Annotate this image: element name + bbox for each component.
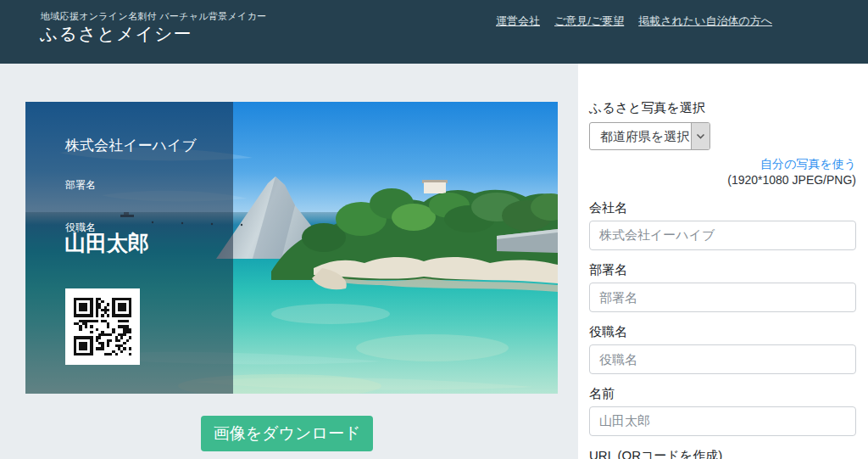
nav-link-municipality[interactable]: 掲載されたい自治体の方へ xyxy=(638,14,772,29)
position-input[interactable] xyxy=(589,344,856,374)
settings-sidebar: ふるさと写真を選択 都道府県を選択 自分の写真を使う (1920*1080 JP… xyxy=(578,64,868,459)
app-subtitle: 地域応援オンライン名刺付 バーチャル背景メイカー xyxy=(41,10,266,23)
card-department-text: 部署名 xyxy=(65,178,96,193)
department-label: 部署名 xyxy=(589,261,856,277)
company-label: 会社名 xyxy=(589,199,856,216)
qr-code xyxy=(65,288,140,365)
content-area: 株式会社イーハイブ 部署名 役職名 山田太郎 画像をダウンロード ふるさと写真を… xyxy=(0,64,868,459)
preview-area: 株式会社イーハイブ 部署名 役職名 山田太郎 画像をダウンロード xyxy=(0,64,578,459)
url-label: URL (QRコードを作成) xyxy=(589,447,856,459)
app-title: ふるさとメイシー xyxy=(40,22,192,46)
photo-select-label: ふるさと写真を選択 xyxy=(589,99,856,115)
prefecture-select-value: 都道府県を選択 xyxy=(590,123,691,149)
app-header: 地域応援オンライン名刺付 バーチャル背景メイカー ふるさとメイシー 運営会社 ご… xyxy=(0,0,868,64)
header-nav: 運営会社 ご意見/ご要望 掲載されたい自治体の方へ xyxy=(496,14,772,29)
chevron-down-icon xyxy=(691,123,709,149)
card-name-text: 山田太郎 xyxy=(64,229,149,257)
nav-link-operating-company[interactable]: 運営会社 xyxy=(496,14,540,29)
photo-spec-note: (1920*1080 JPEG/PNG) xyxy=(589,172,856,188)
department-input[interactable] xyxy=(589,283,856,312)
business-card-preview: 株式会社イーハイブ 部署名 役職名 山田太郎 xyxy=(25,102,558,394)
card-company-text: 株式会社イーハイブ xyxy=(65,136,197,155)
name-label: 名前 xyxy=(589,385,856,401)
prefecture-select[interactable]: 都道府県を選択 xyxy=(589,122,710,150)
name-input[interactable] xyxy=(589,406,856,436)
nav-link-feedback[interactable]: ご意見/ご要望 xyxy=(554,14,624,29)
qr-code-pattern xyxy=(74,297,131,356)
download-image-button[interactable]: 画像をダウンロード xyxy=(201,416,373,451)
company-input[interactable] xyxy=(589,221,856,250)
use-own-photo-link[interactable]: 自分の写真を使う xyxy=(760,157,856,172)
position-label: 役職名 xyxy=(589,323,856,339)
